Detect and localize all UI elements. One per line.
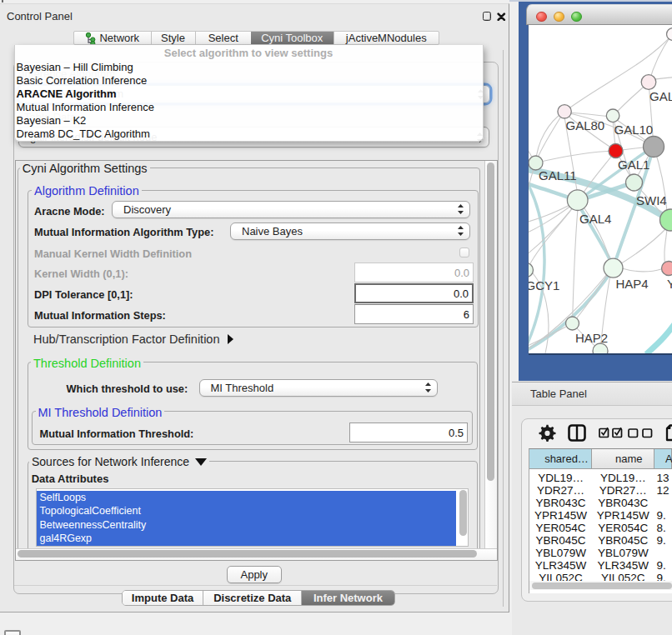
table-cell: YBR043C xyxy=(592,497,654,509)
node-label-GAL11: GAL11 xyxy=(539,168,577,182)
popup-item[interactable]: Dream8 DC_TDC Algorithm xyxy=(15,128,483,141)
close-icon[interactable] xyxy=(497,12,506,22)
document-icon[interactable] xyxy=(667,426,672,441)
settings-vscrollbar-thumb[interactable] xyxy=(487,162,494,481)
network-edge[interactable] xyxy=(536,112,564,163)
popup-item[interactable]: Basic Correlation Inference xyxy=(15,74,483,88)
network-icon xyxy=(85,32,96,44)
popup-item[interactable]: Bayesian – K2 xyxy=(15,114,483,128)
table-cell xyxy=(654,497,672,509)
network-window-titlebar[interactable] xyxy=(526,4,672,25)
desktop-mini-window-icon[interactable] xyxy=(4,630,21,635)
network-node-top[interactable] xyxy=(667,28,672,41)
table-cell xyxy=(654,547,672,559)
float-window-icon[interactable] xyxy=(483,12,491,21)
aracne-mode-combo[interactable]: Discovery xyxy=(112,201,470,218)
table-row[interactable]: YBR045CYBR045C9. xyxy=(529,534,672,547)
table-row[interactable]: YLR345WYLR345W9. xyxy=(529,559,672,572)
table-cell: YLR345W xyxy=(592,559,654,572)
network-node-GAL10[interactable] xyxy=(606,109,619,122)
table-row[interactable]: YPR145WYPR145W9. xyxy=(529,509,672,522)
checked-boxes-icon[interactable] xyxy=(599,428,622,437)
sources-title[interactable]: Sources for Network Inference xyxy=(29,455,209,468)
network-node-GAL2[interactable] xyxy=(641,75,656,90)
table-row[interactable]: YDL19…YDL19…13 xyxy=(529,472,672,484)
combo-arrows-icon xyxy=(457,225,464,237)
node-label-GAL1: GAL1 xyxy=(618,158,649,172)
mi-threshold-title: MI Threshold Definition xyxy=(36,406,165,419)
attribute-item[interactable]: SelfLoops xyxy=(37,491,456,505)
node-label-Y: Y xyxy=(667,277,672,291)
network-node-HAP2[interactable] xyxy=(566,317,579,330)
network-node-GAL4[interactable] xyxy=(567,190,588,211)
table-hscrollbar-thumb[interactable] xyxy=(532,582,672,590)
threshold-title: Threshold Definition xyxy=(31,357,143,370)
popup-item[interactable]: Mutual Information Inference xyxy=(15,101,483,114)
hub-definition-toggle[interactable]: Hub/Transcription Factor Definition xyxy=(33,332,233,346)
network-node-HAP4[interactable] xyxy=(604,258,623,278)
attributes-scrollbar-thumb[interactable] xyxy=(459,490,467,536)
which-threshold-combo[interactable]: MI Threshold xyxy=(199,379,439,397)
network-edge[interactable] xyxy=(573,200,579,323)
network-edge[interactable] xyxy=(622,268,661,272)
mi-type-combo[interactable]: Naive Bayes xyxy=(230,222,470,240)
network-node-GAL80[interactable] xyxy=(558,105,571,118)
column-header-name[interactable]: name xyxy=(592,449,654,468)
network-edge[interactable] xyxy=(646,317,672,353)
network-node-SWI4[interactable] xyxy=(626,174,643,191)
network-edge[interactable] xyxy=(536,151,616,163)
column-header-shared…[interactable]: shared… xyxy=(529,449,592,468)
manual-kernel-checkbox[interactable] xyxy=(459,248,469,258)
kernel-width-input[interactable]: 0.0 xyxy=(354,262,474,282)
table-toolbar xyxy=(529,422,672,443)
table-row[interactable]: YBR043CYBR043C xyxy=(529,497,672,509)
attribute-item[interactable]: TopologicalCoefficient xyxy=(37,504,456,518)
network-edge[interactable] xyxy=(529,175,544,352)
tab-style[interactable]: Style xyxy=(151,32,195,44)
table-cell: YBL079W xyxy=(592,547,654,559)
table-cell: YBR045C xyxy=(592,534,654,547)
zoom-traffic-light[interactable] xyxy=(571,12,582,22)
network-node-GAL1[interactable] xyxy=(609,144,623,158)
sources-title-label: Sources for Network Inference xyxy=(32,455,189,468)
mi-threshold-input[interactable]: 0.5 xyxy=(349,422,469,442)
split-columns-icon[interactable] xyxy=(569,426,585,441)
settings-hscrollbar-thumb[interactable] xyxy=(18,550,477,558)
apply-button[interactable]: Apply xyxy=(227,566,282,583)
network-canvas[interactable]: GAL2GAL80GAL10GAL1GAL11SWI4GAL4YHAP4GCY1… xyxy=(529,25,672,353)
bottom-tab-infer-network[interactable]: Infer Network xyxy=(301,591,394,606)
network-node-GCY1[interactable] xyxy=(529,263,534,278)
attribute-item[interactable]: BetweennessCentrality xyxy=(37,518,456,532)
network-edge[interactable] xyxy=(649,34,672,82)
popup-item[interactable]: Bayesian – Hill Climbing xyxy=(15,61,483,74)
tab-jactivemnodules[interactable]: jActiveMNodules xyxy=(333,32,439,44)
tab-network[interactable]: Network xyxy=(74,32,151,44)
table-row[interactable]: YDR27…YDR27…12 xyxy=(529,484,672,497)
gear-icon[interactable] xyxy=(539,425,556,442)
network-node-gray[interactable] xyxy=(644,137,664,158)
tab-cyni-toolbox[interactable]: Cyni Toolbox xyxy=(251,32,333,44)
network-node-Y[interactable] xyxy=(662,262,672,276)
combo-arrows-icon xyxy=(424,382,432,393)
mi-type-value: Naive Bayes xyxy=(242,225,303,238)
table-body: YDL19…YDL19…13YDR27…YDR27…12YBR043CYBR04… xyxy=(529,469,672,584)
mi-steps-input[interactable]: 6 xyxy=(354,304,474,325)
table-row[interactable]: YBL079WYBL079W xyxy=(529,547,672,559)
table-row[interactable]: YER054CYER054C8. xyxy=(529,522,672,534)
panel-groove xyxy=(14,585,497,586)
minimize-traffic-light[interactable] xyxy=(554,12,564,22)
close-traffic-light[interactable] xyxy=(536,12,547,22)
bottom-tab-impute-data[interactable]: Impute Data xyxy=(123,591,203,606)
popup-item[interactable]: ARACNE Algorithm xyxy=(15,88,483,101)
attribute-item[interactable]: gal4RGexp xyxy=(37,532,456,546)
which-threshold-label: Which threshold to use: xyxy=(67,382,188,395)
aracne-mode-value: Discovery xyxy=(123,203,171,216)
dpi-input[interactable]: 0.0 xyxy=(354,283,474,304)
tab-label: Style xyxy=(161,32,185,44)
column-header-A[interactable]: A xyxy=(654,449,672,468)
tab-select[interactable]: Select xyxy=(195,32,252,44)
table-cell: YER054C xyxy=(529,522,592,534)
unchecked-boxes-icon[interactable] xyxy=(629,429,652,438)
node-label-HAP4: HAP4 xyxy=(616,277,649,291)
bottom-tab-discretize-data[interactable]: Discretize Data xyxy=(203,591,301,606)
